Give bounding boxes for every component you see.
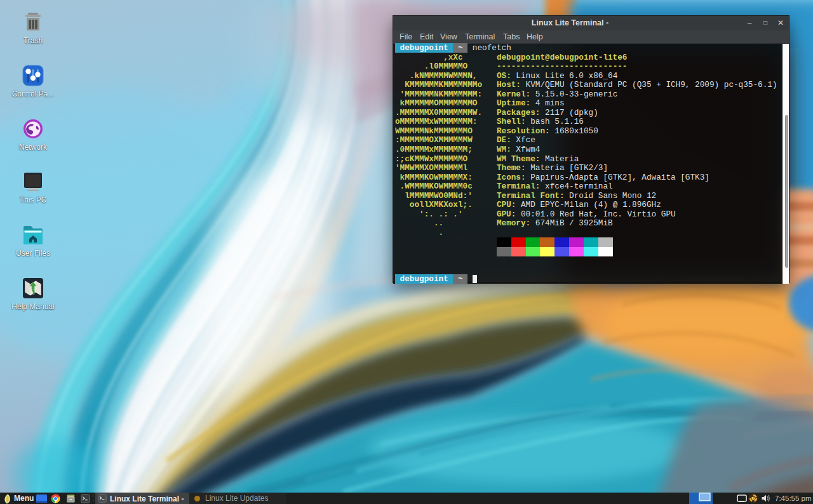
svg-text:↻: ↻ <box>751 496 755 501</box>
